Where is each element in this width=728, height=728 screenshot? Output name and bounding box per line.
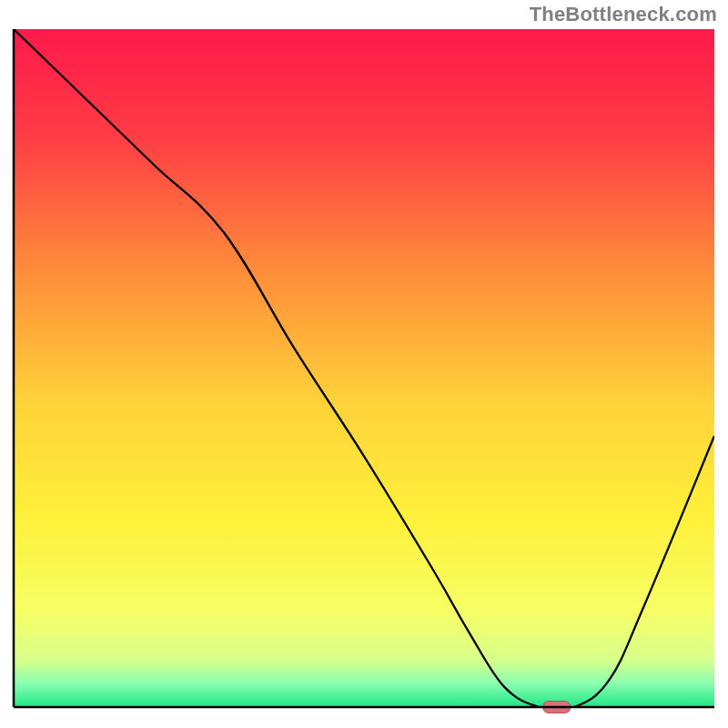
chart-stage: TheBottleneck.com — [0, 0, 728, 728]
watermark-label: TheBottleneck.com — [530, 3, 717, 26]
bottleneck-chart — [0, 0, 728, 728]
